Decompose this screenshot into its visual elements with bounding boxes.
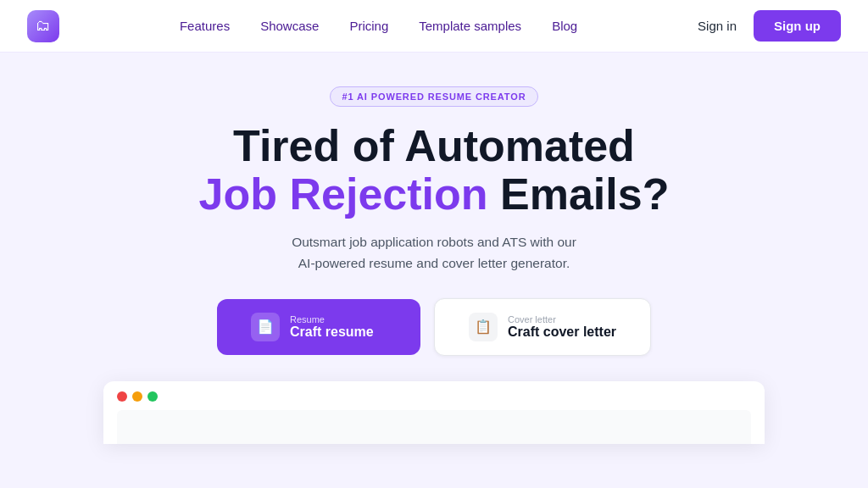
- hero-title-line2: Job Rejection Emails?: [199, 170, 670, 219]
- cta-row: 📄 Resume Craft resume 📋 Cover letter Cra…: [217, 298, 651, 356]
- browser-dot-yellow: [132, 391, 142, 402]
- browser-content: [117, 410, 751, 444]
- nav-pricing[interactable]: Pricing: [349, 19, 388, 33]
- navbar: 🗂 Features Showcase Pricing Template sam…: [0, 0, 868, 53]
- cover-main: Craft cover letter: [508, 324, 616, 340]
- browser-dots: [117, 391, 751, 402]
- sign-in-button[interactable]: Sign in: [698, 19, 737, 33]
- nav-links: Features Showcase Pricing Template sampl…: [180, 19, 577, 34]
- nav-blog[interactable]: Blog: [552, 19, 577, 33]
- hero-title-line1: Tired of Automated: [199, 122, 670, 170]
- hero-title-purple: Job Rejection: [199, 169, 488, 219]
- logo-icon: 🗂: [27, 10, 59, 42]
- browser-dot-green: [147, 391, 158, 402]
- craft-resume-button[interactable]: 📄 Resume Craft resume: [217, 299, 420, 355]
- navbar-actions: Sign in Sign up: [698, 10, 841, 42]
- hero-section: #1 AI POWERED RESUME CREATOR Tired of Au…: [0, 53, 868, 444]
- nav-features[interactable]: Features: [180, 19, 230, 33]
- resume-button-text: Resume Craft resume: [290, 314, 374, 340]
- cover-letter-icon: 📋: [469, 313, 498, 341]
- logo[interactable]: 🗂: [27, 10, 59, 42]
- resume-label: Resume: [290, 314, 374, 324]
- sign-up-button[interactable]: Sign up: [754, 10, 841, 42]
- hero-title: Tired of Automated Job Rejection Emails?: [199, 122, 670, 219]
- hero-subtitle: Outsmart job application robots and ATS …: [292, 232, 576, 274]
- hero-badge: #1 AI POWERED RESUME CREATOR: [330, 86, 539, 107]
- craft-cover-letter-button[interactable]: 📋 Cover letter Craft cover letter: [434, 298, 651, 356]
- browser-preview: [103, 381, 765, 444]
- browser-dot-red: [117, 391, 127, 402]
- hero-title-black: Emails?: [488, 169, 670, 219]
- resume-main: Craft resume: [290, 324, 374, 340]
- nav-template-samples[interactable]: Template samples: [419, 19, 521, 33]
- resume-icon: 📄: [251, 313, 280, 341]
- nav-showcase[interactable]: Showcase: [260, 19, 319, 33]
- cover-label: Cover letter: [508, 314, 616, 324]
- cover-button-text: Cover letter Craft cover letter: [508, 314, 616, 340]
